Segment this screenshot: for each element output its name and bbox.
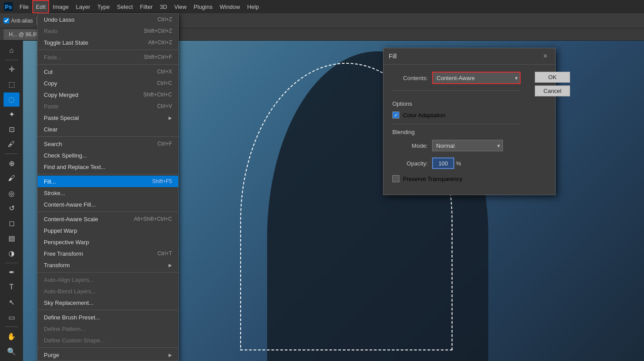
color-adaptation-checkbox[interactable] [392,111,399,119]
tool-zoom[interactable]: 🔍 [4,344,19,358]
tool-lasso[interactable]: ◌ [4,92,19,107]
preserve-transparency-checkbox[interactable] [392,175,399,182]
menu-help[interactable]: Help [244,0,263,13]
menu-select[interactable]: Select [113,0,136,13]
menu-fill[interactable]: Fill... Shift+F5 [38,176,178,187]
menu-auto-align[interactable]: Auto-Align Layers... [38,274,178,285]
mode-row: Mode: Normal Dissolve Multiply Screen Ov… [392,140,521,151]
menu-purge[interactable]: Purge ▶ [38,349,178,361]
contents-select[interactable]: Content-Aware Foreground Color Backgroun… [432,72,521,84]
menu-cut[interactable]: Cut Ctrl+X [38,66,178,77]
tool-marquee[interactable]: ⬚ [4,77,19,92]
menu-layer[interactable]: Layer [73,0,94,13]
undo-lasso-label: Undo Lasso [44,16,74,23]
menu-auto-blend[interactable]: Auto-Blend Layers... [38,285,178,297]
blending-label: Blending [392,129,521,135]
transform-arrow: ▶ [169,263,172,268]
menu-content-aware-scale[interactable]: Content-Aware Scale Alt+Shift+Ctrl+C [38,213,178,225]
purge-arrow: ▶ [169,353,172,357]
menu-check-spelling[interactable]: Check Spelling... [38,150,178,161]
menu-edit[interactable]: Edit [32,0,49,13]
menu-clear[interactable]: Clear [38,123,178,135]
toggle-last-state-shortcut: Alt+Ctrl+Z [148,39,172,46]
menu-plugins[interactable]: Plugins [190,0,216,13]
menu-stroke[interactable]: Stroke... [38,187,178,199]
menu-find-replace[interactable]: Find and Replace Text... [38,161,178,173]
tool-magic-wand[interactable]: ✦ [4,108,19,122]
anti-alias-option[interactable]: Anti-alias [4,18,33,24]
tool-path-select[interactable]: ↖ [4,295,19,309]
tool-gradient[interactable]: ▤ [4,231,19,246]
menu-window[interactable]: Window [216,0,243,13]
menu-copy-merged[interactable]: Copy Merged Shift+Ctrl+C [38,89,178,100]
cancel-button[interactable]: Cancel [535,85,570,96]
tool-clone[interactable]: ◎ [4,186,19,200]
options-section: Options Color Adaptation [392,95,521,119]
tool-home[interactable]: ⌂ [4,43,19,58]
dialog-main-content: Contents: Content-Aware Foreground Color… [392,72,546,188]
tool-pen[interactable]: ✒ [4,265,19,280]
menu-redo[interactable]: Redo Shift+Ctrl+Z [38,25,178,37]
search-label: Search [44,141,62,147]
menu-file[interactable]: File [16,0,32,13]
tool-healing[interactable]: ⊕ [4,156,19,170]
menu-define-custom-shape[interactable]: Define Custom Shape... [38,334,178,346]
menu-paste[interactable]: Paste Ctrl+V [38,100,178,112]
contents-label: Contents: [392,75,428,81]
menu-define-pattern[interactable]: Define Pattern... [38,323,178,334]
find-replace-label: Find and Replace Text... [44,164,106,170]
paste-special-arrow: ▶ [169,115,172,120]
tool-eraser[interactable]: ◻ [4,216,19,230]
tool-eyedropper[interactable]: 🖋 [4,137,19,151]
tool-crop[interactable]: ⊡ [4,123,19,137]
menu-transform[interactable]: Transform ▶ [38,259,178,271]
menu-sky-replacement[interactable]: Sky Replacement... [38,297,178,308]
menu-fade[interactable]: Fade... Shift+Ctrl+F [38,51,178,63]
transform-label: Transform [44,262,70,269]
menu-paste-special[interactable]: Paste Special ▶ [38,112,178,123]
ok-button[interactable]: OK [535,72,570,83]
menu-copy[interactable]: Copy Ctrl+C [38,77,178,89]
menu-filter[interactable]: Filter [136,0,156,13]
check-spelling-label: Check Spelling... [44,152,87,159]
tool-burn[interactable]: ◑ [4,246,19,261]
tool-brush[interactable]: 🖌 [4,171,19,185]
menu-toggle-last-state[interactable]: Toggle Last State Alt+Ctrl+Z [38,37,178,48]
menu-perspective-warp[interactable]: Perspective Warp [38,236,178,248]
tool-history-brush[interactable]: ↺ [4,201,19,215]
mode-select-wrapper: Normal Dissolve Multiply Screen Overlay [432,140,503,151]
menu-free-transform[interactable]: Free Transform Ctrl+T [38,248,178,259]
undo-lasso-shortcut: Ctrl+Z [157,16,172,23]
paste-label: Paste [44,103,58,110]
left-sidebar: ⌂ ✛ ⬚ ◌ ✦ ⊡ 🖋 ⊕ 🖌 ◎ ↺ ◻ ▤ ◑ ✒ T ↖ ▭ ✋ 🔍 [0,41,23,361]
cut-shortcut: Ctrl+X [157,69,172,75]
tool-move[interactable]: ✛ [4,62,19,77]
menu-image[interactable]: Image [49,0,72,13]
auto-align-label: Auto-Align Layers... [44,277,94,283]
mode-label: Mode: [392,142,428,149]
mode-select[interactable]: Normal Dissolve Multiply Screen Overlay [432,140,503,151]
dialog-title: Fill [389,53,397,60]
color-adaptation-label: Color Adaptation [403,112,445,119]
paste-shortcut: Ctrl+V [157,103,172,109]
anti-alias-checkbox[interactable] [4,18,9,23]
menu-view[interactable]: View [171,0,190,13]
purge-label: Purge [44,352,59,358]
dialog-close-button[interactable]: × [541,52,550,61]
tool-hand[interactable]: ✋ [4,329,19,343]
menu-undo-lasso[interactable]: Undo Lasso Ctrl+Z [38,14,178,25]
menu-type[interactable]: Type [94,0,113,13]
menu-search[interactable]: Search Ctrl+F [38,138,178,150]
tool-shape[interactable]: ▭ [4,310,19,324]
opacity-input[interactable] [432,157,454,169]
fade-label: Fade... [44,54,61,61]
free-transform-label: Free Transform [44,250,83,257]
menu-define-brush-preset[interactable]: Define Brush Preset... [38,311,178,323]
menu-content-aware-fill[interactable]: Content-Aware Fill... [38,199,178,210]
menu-3d[interactable]: 3D [156,0,171,13]
clear-label: Clear [44,126,58,133]
menu-puppet-warp[interactable]: Puppet Warp [38,225,178,236]
toggle-last-state-label: Toggle Last State [44,39,88,46]
stroke-label: Stroke... [44,190,65,196]
tool-type[interactable]: T [4,280,19,295]
